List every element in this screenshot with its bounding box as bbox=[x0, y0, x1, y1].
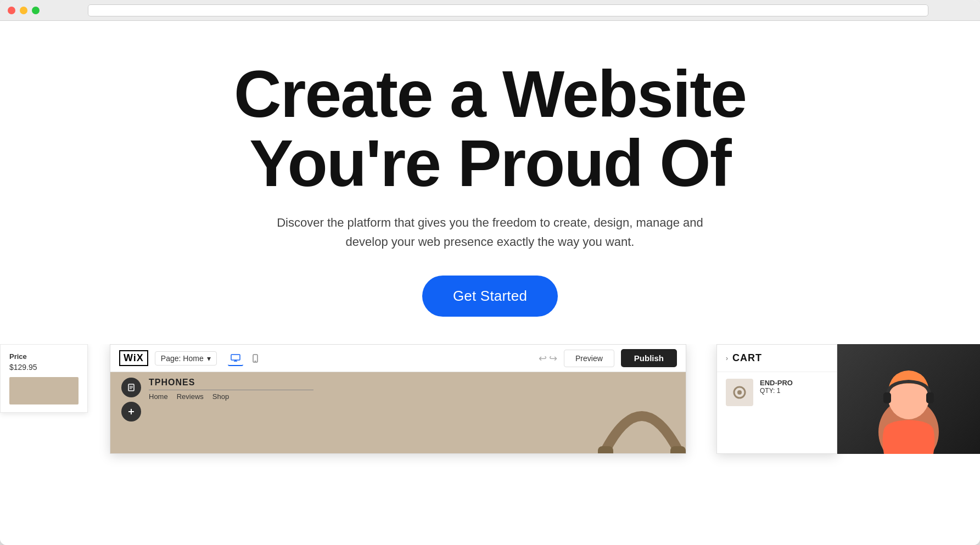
nav-shop[interactable]: Shop bbox=[212, 392, 229, 401]
cart-header: › CART bbox=[717, 345, 837, 372]
mobile-icon[interactable] bbox=[248, 351, 263, 366]
editor-section: Price $129.95 WiX Page: Home ▾ bbox=[0, 344, 980, 545]
cart-item: END-PRO QTY: 1 bbox=[717, 372, 837, 413]
svg-point-14 bbox=[737, 390, 742, 395]
cart-title: CART bbox=[732, 352, 762, 364]
svg-rect-12 bbox=[670, 446, 686, 453]
maximize-button[interactable] bbox=[32, 7, 40, 14]
device-icons bbox=[228, 351, 263, 366]
shop-nav: Home Reviews Shop bbox=[149, 392, 313, 401]
nav-reviews[interactable]: Reviews bbox=[177, 392, 204, 401]
shop-sidebar bbox=[121, 378, 141, 422]
sidebar-icon-add[interactable] bbox=[121, 402, 141, 422]
price-value: $129.95 bbox=[9, 363, 79, 372]
svg-rect-18 bbox=[926, 392, 934, 403]
shop-brand: TPHONES bbox=[149, 378, 313, 387]
minimize-button[interactable] bbox=[20, 7, 27, 14]
close-button[interactable] bbox=[8, 7, 15, 14]
page-selector-label: Page: Home bbox=[161, 354, 204, 363]
cart-item-image bbox=[726, 379, 753, 406]
hero-title: Create a Website You're Proud Of bbox=[234, 59, 746, 198]
mac-window: Create a Website You're Proud Of Discove… bbox=[0, 0, 980, 545]
price-image bbox=[9, 377, 79, 404]
svg-rect-17 bbox=[883, 392, 891, 403]
person-image bbox=[837, 344, 980, 454]
wix-toolbar: WiX Page: Home ▾ bbox=[110, 345, 686, 372]
undo-redo: ↩ ↪ bbox=[539, 352, 557, 364]
preview-button[interactable]: Preview bbox=[564, 350, 614, 367]
cart-item-details: END-PRO QTY: 1 bbox=[760, 379, 793, 395]
cart-item-name: END-PRO bbox=[760, 379, 793, 387]
cart-item-qty: QTY: 1 bbox=[760, 387, 793, 395]
desktop-icon[interactable] bbox=[228, 351, 243, 366]
svg-rect-0 bbox=[231, 355, 240, 360]
sidebar-icon-document[interactable] bbox=[121, 378, 141, 397]
redo-icon[interactable]: ↪ bbox=[549, 352, 557, 364]
shop-content: TPHONES Home Reviews Shop bbox=[149, 378, 313, 401]
get-started-button[interactable]: Get Started bbox=[422, 276, 558, 317]
price-card: Price $129.95 bbox=[0, 344, 88, 413]
url-bar[interactable] bbox=[88, 4, 928, 16]
svg-rect-11 bbox=[598, 446, 613, 453]
person-card bbox=[837, 344, 980, 454]
cart-panel: › CART END-PRO QTY: 1 bbox=[716, 344, 837, 454]
main-content: Create a Website You're Proud Of Discove… bbox=[0, 21, 980, 545]
cart-chevron-icon[interactable]: › bbox=[726, 355, 728, 362]
shop-divider bbox=[149, 390, 313, 390]
chevron-down-icon: ▾ bbox=[207, 354, 211, 363]
mac-titlebar bbox=[0, 0, 980, 21]
nav-home[interactable]: Home bbox=[149, 392, 168, 401]
publish-button[interactable]: Publish bbox=[621, 349, 677, 367]
hero-section: Create a Website You're Proud Of Discove… bbox=[0, 21, 980, 344]
headphone-image bbox=[587, 372, 686, 453]
wix-editor: WiX Page: Home ▾ bbox=[110, 344, 686, 454]
hero-subtitle: Discover the platform that gives you the… bbox=[276, 213, 704, 251]
price-label: Price bbox=[9, 352, 79, 361]
wix-logo: WiX bbox=[119, 350, 148, 366]
page-selector[interactable]: Page: Home ▾ bbox=[155, 351, 217, 366]
undo-icon[interactable]: ↩ bbox=[539, 352, 547, 364]
wix-canvas: TPHONES Home Reviews Shop bbox=[110, 372, 686, 453]
